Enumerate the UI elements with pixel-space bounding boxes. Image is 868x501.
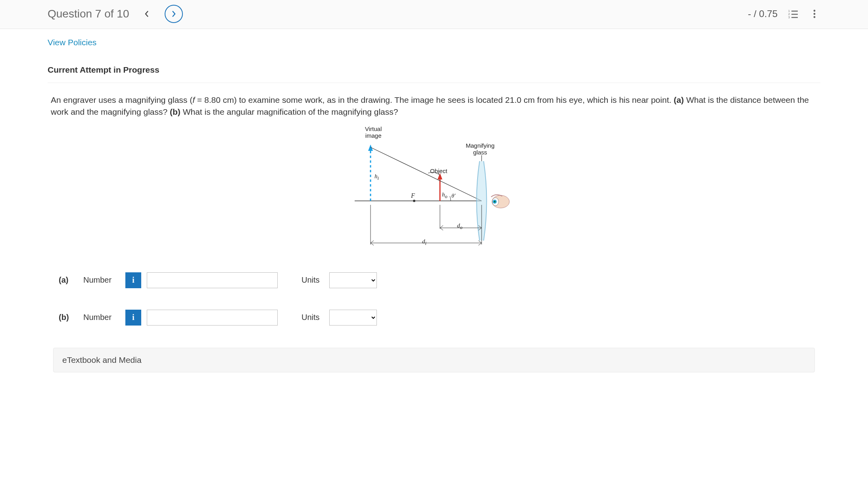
label-magnifying: Magnifying: [466, 142, 495, 149]
label-glass: glass: [473, 149, 487, 156]
qtext-part-b: (b): [170, 107, 181, 116]
score-display: - / 0.75: [748, 8, 778, 19]
svg-point-20: [494, 201, 495, 202]
units-select-b[interactable]: [329, 310, 377, 326]
label-hi: hi: [374, 173, 379, 181]
chevron-left-icon: [144, 10, 150, 17]
more-options-button[interactable]: [808, 8, 820, 20]
number-input-a[interactable]: [147, 272, 278, 288]
question-title: Question 7 of 10: [48, 8, 129, 20]
label-do: do: [457, 222, 463, 231]
question-header: Question 7 of 10 - / 0.75 1 2 3: [0, 0, 868, 29]
answer-row-a: (a) Number i Units: [51, 264, 817, 296]
svg-point-8: [814, 16, 816, 18]
label-image: image: [365, 132, 382, 139]
svg-marker-11: [368, 145, 373, 151]
info-button-a[interactable]: i: [125, 272, 141, 288]
header-left: Question 7 of 10: [48, 5, 183, 23]
chevron-right-icon: [171, 10, 177, 17]
units-select-a[interactable]: [329, 272, 377, 288]
diagram-container: Virtual image Magnifying glass Object F …: [51, 118, 817, 264]
svg-text:3: 3: [788, 16, 790, 18]
attempt-status: Current Attempt in Progress: [48, 56, 820, 83]
number-label-a: Number: [83, 276, 120, 285]
number-label-b: Number: [83, 313, 120, 322]
prev-question-button[interactable]: [138, 5, 156, 23]
info-button-b[interactable]: i: [125, 310, 141, 326]
label-ho: ho: [442, 191, 447, 200]
qtext-part-a: (a): [674, 95, 684, 104]
number-input-b[interactable]: [147, 310, 278, 326]
question-body: An engraver uses a magnifying glass (f =…: [48, 83, 820, 372]
answer-row-b: (b) Number i Units: [51, 296, 817, 333]
label-virtual: Virtual: [365, 125, 382, 132]
part-b-label: (b): [59, 313, 78, 322]
qtext-segment: What is the angular magnification of the…: [181, 107, 398, 116]
label-focal-point: F: [411, 192, 415, 199]
qtext-segment: An engraver uses a magnifying glass (: [51, 95, 192, 104]
svg-point-14: [413, 200, 415, 202]
question-text: An engraver uses a magnifying glass (f =…: [51, 94, 817, 118]
units-label-b: Units: [301, 313, 320, 322]
svg-point-6: [814, 10, 816, 12]
etextbook-media-button[interactable]: eTextbook and Media: [53, 348, 815, 372]
qtext-segment: = 8.80 cm) to examine some work, as in t…: [195, 95, 674, 104]
view-policies-link[interactable]: View Policies: [48, 29, 820, 56]
question-list-button[interactable]: 1 2 3: [787, 8, 799, 20]
optics-diagram: Virtual image Magnifying glass Object F …: [347, 125, 521, 260]
part-a-label: (a): [59, 276, 78, 285]
svg-text:2: 2: [788, 13, 790, 15]
units-label-a: Units: [301, 276, 320, 285]
svg-text:1: 1: [788, 10, 790, 12]
numbered-list-icon: 1 2 3: [788, 10, 798, 18]
header-right: - / 0.75 1 2 3: [748, 8, 820, 20]
svg-point-7: [814, 13, 816, 15]
dots-vertical-icon: [813, 9, 816, 19]
next-question-button[interactable]: [165, 5, 183, 23]
label-theta: θ′: [451, 193, 455, 199]
content-area: View Policies Current Attempt in Progres…: [0, 29, 868, 372]
label-di: di: [422, 238, 426, 247]
